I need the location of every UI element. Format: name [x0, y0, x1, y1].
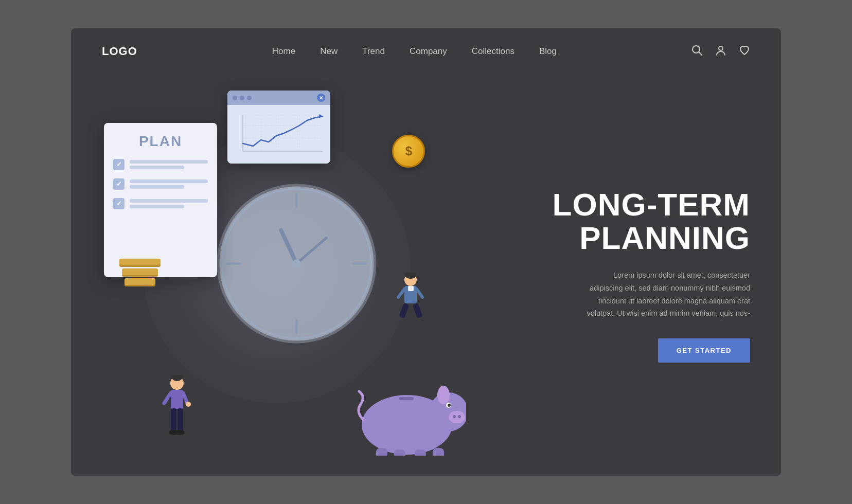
nav-item-new[interactable]: New [320, 46, 338, 57]
main-title: LONG-TERM PLANNING [493, 188, 750, 255]
check-lines-3 [130, 199, 208, 208]
nav-link-collections[interactable]: Collections [472, 46, 514, 56]
nav-links: Home New Trend Company Collections Blog [272, 46, 557, 57]
check-line [130, 199, 208, 203]
coin-row [122, 268, 158, 277]
coins-stack [119, 259, 161, 286]
svg-point-29 [448, 404, 451, 407]
heart-icon[interactable] [739, 45, 750, 59]
chart-titlebar: ✕ [227, 91, 330, 105]
chart-popup: ✕ [227, 91, 330, 164]
svg-rect-42 [171, 408, 176, 431]
svg-point-25 [449, 411, 465, 423]
svg-point-26 [453, 415, 456, 418]
svg-line-51 [417, 289, 422, 297]
svg-rect-34 [399, 397, 414, 400]
svg-marker-21 [319, 114, 323, 118]
content-area: LONG-TERM PLANNING Lorem ipsum dolor sit… [483, 75, 781, 476]
chart-dot [233, 96, 237, 100]
hero-section: PLAN [71, 75, 781, 476]
man-figure [397, 273, 425, 323]
svg-rect-33 [433, 448, 444, 456]
plan-document: PLAN [104, 123, 217, 277]
woman-svg [162, 375, 192, 442]
svg-point-45 [175, 430, 185, 435]
chart-body [227, 105, 330, 164]
checklist-item-3 [113, 198, 208, 209]
check-line [130, 185, 184, 189]
checkbox-2 [113, 178, 125, 190]
check-line [130, 205, 184, 208]
svg-rect-38 [171, 390, 183, 409]
nav-item-collections[interactable]: Collections [472, 46, 514, 57]
svg-point-41 [186, 402, 191, 407]
svg-rect-49 [408, 286, 414, 291]
check-lines-2 [130, 179, 208, 189]
nav-link-trend[interactable]: Trend [362, 46, 385, 56]
svg-point-27 [458, 415, 461, 418]
chart-svg [233, 110, 325, 156]
svg-rect-43 [177, 408, 183, 431]
nav-item-blog[interactable]: Blog [539, 46, 557, 57]
woman-figure [162, 375, 192, 444]
nav-link-company[interactable]: Company [410, 46, 447, 56]
svg-rect-52 [399, 303, 410, 318]
chart-close-button[interactable]: ✕ [317, 94, 325, 102]
check-line [130, 166, 184, 169]
checklist-item-1 [113, 159, 208, 170]
coin-row [125, 278, 155, 286]
nav-item-company[interactable]: Company [410, 46, 447, 57]
check-line [130, 160, 208, 164]
dollar-coin: $ [392, 135, 425, 168]
coin-row [119, 259, 161, 267]
navbar: LOGO Home New Trend Company Collections … [71, 28, 781, 75]
chart-dot [240, 96, 244, 100]
get-started-button[interactable]: GET STARTED [658, 338, 750, 363]
svg-rect-30 [376, 448, 387, 456]
svg-line-1 [699, 52, 702, 55]
nav-link-new[interactable]: New [320, 46, 338, 56]
chart-dot [247, 96, 252, 100]
svg-point-24 [437, 386, 450, 404]
search-icon[interactable] [691, 45, 703, 59]
svg-rect-53 [413, 303, 423, 318]
logo: LOGO [102, 45, 137, 58]
plan-label: PLAN [113, 133, 208, 150]
svg-point-12 [293, 260, 301, 268]
nav-link-home[interactable]: Home [272, 46, 295, 56]
illustration-area: PLAN [71, 75, 483, 476]
man-svg [397, 273, 425, 321]
svg-line-39 [164, 393, 171, 403]
body-text: Lorem ipsum dolor sit amet, consectetuer… [585, 269, 750, 320]
clock-illustration [215, 182, 379, 346]
user-icon[interactable] [715, 45, 726, 59]
piggy-bank [348, 368, 466, 456]
checkbox-1 [113, 159, 125, 170]
check-line [130, 179, 208, 183]
nav-link-blog[interactable]: Blog [539, 46, 557, 56]
piggy-svg [348, 368, 466, 456]
check-lines-1 [130, 160, 208, 169]
checkbox-3 [113, 198, 125, 209]
svg-rect-32 [415, 449, 426, 456]
checklist-item-2 [113, 178, 208, 190]
svg-line-50 [398, 289, 404, 297]
nav-item-trend[interactable]: Trend [362, 46, 385, 57]
nav-icon-group [691, 45, 750, 59]
chart-dots [233, 96, 252, 100]
svg-point-2 [719, 46, 723, 50]
page-container: LOGO Home New Trend Company Collections … [71, 28, 781, 476]
svg-rect-31 [394, 449, 405, 456]
nav-item-home[interactable]: Home [272, 46, 295, 57]
svg-line-40 [183, 393, 187, 403]
